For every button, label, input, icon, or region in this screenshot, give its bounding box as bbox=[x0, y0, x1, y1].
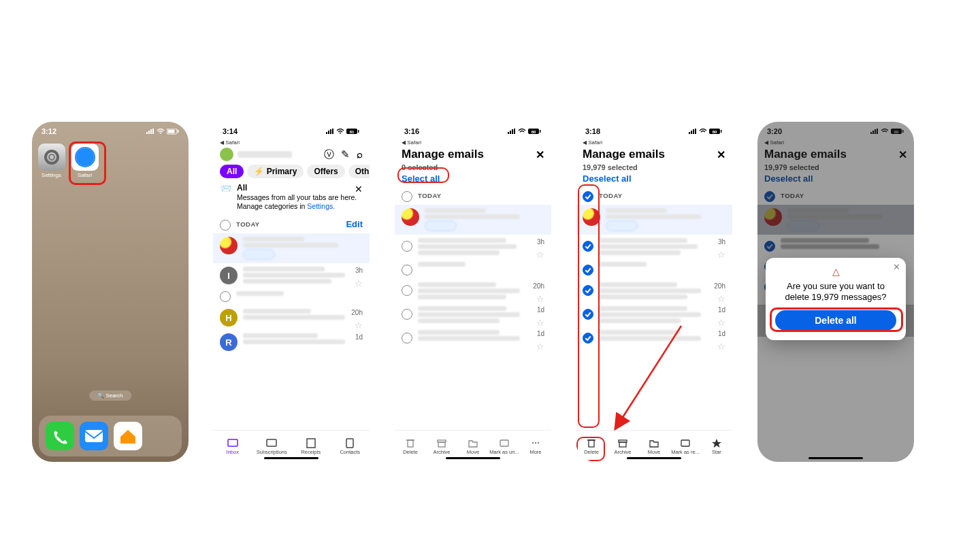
svg-text:80: 80 bbox=[532, 129, 536, 133]
svg-rect-2 bbox=[150, 129, 152, 134]
phone-delete: 3:18 80 ◀ Safari Manage emails✕ 19,979 s… bbox=[576, 122, 732, 462]
svg-rect-50 bbox=[619, 442, 626, 447]
avatar: R bbox=[220, 333, 238, 351]
section-label: TODAY bbox=[236, 220, 260, 228]
svg-point-8 bbox=[49, 154, 54, 160]
email-row[interactable] bbox=[213, 233, 370, 263]
svg-text:80: 80 bbox=[713, 129, 717, 133]
battery-icon bbox=[167, 129, 179, 135]
avatar: H bbox=[220, 309, 238, 327]
phone-select: 3:16 80 ◀ Safari Manage emails✕ 0 select… bbox=[395, 122, 551, 462]
cell-icon bbox=[326, 129, 334, 134]
phone-inbox: 3:14 81 ◀ Safari ⓥ ✎ ⌕ All ⚡ Primary Off… bbox=[213, 122, 370, 462]
email-row[interactable] bbox=[395, 205, 551, 235]
email-row[interactable] bbox=[213, 288, 370, 305]
star-icon[interactable]: ☆ bbox=[355, 278, 363, 288]
category-tabs: All ⚡ Primary Offers Oth bbox=[213, 163, 370, 180]
highlight-safari bbox=[69, 141, 106, 185]
row-check[interactable] bbox=[220, 291, 231, 302]
dock bbox=[39, 416, 182, 456]
help-icon[interactable]: ⓥ bbox=[324, 148, 334, 161]
svg-line-54 bbox=[616, 326, 681, 428]
phone-confirm: 3:20 80 ◀ Safari Manage emails✕ 19,979 s… bbox=[757, 122, 914, 462]
svg-rect-26 bbox=[510, 131, 511, 134]
close-icon[interactable]: ✕ bbox=[717, 148, 725, 161]
modal-message: Are you sure you want to delete 19,979 m… bbox=[775, 281, 896, 303]
avatar bbox=[402, 208, 419, 226]
email-row[interactable]: 20h☆ bbox=[395, 279, 551, 303]
select-all-circle[interactable] bbox=[220, 220, 231, 231]
home-indicator bbox=[808, 457, 863, 459]
email-row[interactable] bbox=[395, 258, 551, 279]
clock: 3:18 bbox=[585, 127, 600, 135]
tray-icon: 📨 bbox=[220, 183, 231, 211]
dock-home[interactable] bbox=[114, 422, 142, 450]
svg-rect-20 bbox=[358, 130, 359, 133]
svg-rect-14 bbox=[326, 132, 327, 134]
action-star[interactable]: Star bbox=[701, 431, 732, 462]
email-row[interactable]: 1d☆ bbox=[395, 327, 551, 347]
svg-text:81: 81 bbox=[350, 129, 355, 133]
avatar[interactable] bbox=[220, 148, 233, 161]
compose-icon[interactable]: ✎ bbox=[341, 148, 350, 161]
svg-rect-3 bbox=[152, 129, 154, 134]
svg-rect-17 bbox=[332, 129, 333, 134]
status-bar: 3:12 bbox=[32, 122, 189, 141]
email-list: I 3h☆ H 20h☆ R 1d bbox=[213, 233, 370, 354]
email-row[interactable]: 3h☆ bbox=[395, 235, 551, 258]
email-row[interactable]: H 20h☆ bbox=[213, 305, 370, 330]
spotlight-search[interactable]: 🔍 Search bbox=[89, 390, 131, 401]
svg-rect-31 bbox=[540, 130, 541, 133]
svg-rect-24 bbox=[346, 439, 353, 448]
back-safari[interactable]: ◀ Safari bbox=[395, 139, 551, 146]
edit-button[interactable]: Edit bbox=[346, 219, 363, 229]
close-icon[interactable]: ✕ bbox=[355, 184, 363, 196]
svg-rect-41 bbox=[691, 131, 692, 134]
row-check[interactable] bbox=[402, 309, 412, 320]
row-check[interactable] bbox=[402, 265, 412, 276]
email-row[interactable]: 1d☆ bbox=[395, 303, 551, 327]
modal-close-icon[interactable]: ✕ bbox=[893, 262, 900, 272]
settings-link[interactable]: Settings. bbox=[307, 202, 335, 210]
clock: 3:16 bbox=[404, 127, 419, 135]
dock-mail[interactable] bbox=[80, 422, 108, 450]
section-today: TODAY Edit bbox=[213, 214, 370, 233]
svg-rect-16 bbox=[330, 129, 331, 134]
tab-primary[interactable]: ⚡ Primary bbox=[247, 165, 304, 178]
svg-rect-40 bbox=[689, 132, 690, 134]
phone-home: 3:12 Settings Safari 🔍 Search bbox=[32, 122, 189, 462]
app-settings[interactable]: Settings bbox=[36, 144, 67, 178]
back-safari[interactable]: ◀ Safari bbox=[213, 139, 370, 146]
dock-phone[interactable] bbox=[46, 422, 74, 450]
select-today[interactable] bbox=[402, 191, 412, 202]
row-check[interactable] bbox=[402, 241, 412, 252]
tab-all[interactable]: All bbox=[220, 165, 244, 178]
row-check[interactable] bbox=[402, 333, 412, 344]
email-row[interactable]: I 3h☆ bbox=[213, 263, 370, 288]
back-safari[interactable]: ◀ Safari bbox=[576, 139, 732, 146]
svg-rect-35 bbox=[438, 442, 445, 447]
action-delete[interactable]: Delete bbox=[395, 431, 426, 462]
tab-other[interactable]: Oth bbox=[348, 165, 370, 178]
nav-inbox[interactable]: Inbox bbox=[213, 431, 252, 462]
svg-point-39 bbox=[538, 442, 539, 444]
deselect-all-button[interactable]: Deselect all bbox=[576, 171, 638, 186]
row-check[interactable] bbox=[402, 285, 412, 296]
time-label: 1d bbox=[355, 333, 363, 341]
svg-rect-42 bbox=[693, 129, 694, 134]
star-icon[interactable]: ☆ bbox=[536, 341, 544, 352]
highlight-delete-all bbox=[770, 307, 903, 332]
page-title: Manage emails bbox=[583, 148, 665, 161]
svg-rect-6 bbox=[178, 130, 179, 133]
wifi-icon bbox=[157, 129, 165, 134]
tab-offers[interactable]: Offers bbox=[307, 165, 344, 178]
close-icon[interactable]: ✕ bbox=[536, 148, 544, 161]
star-icon[interactable]: ☆ bbox=[355, 320, 363, 331]
svg-rect-28 bbox=[514, 129, 515, 134]
svg-rect-46 bbox=[721, 130, 722, 133]
nav-contacts[interactable]: Contacts bbox=[331, 431, 370, 462]
action-more[interactable]: More bbox=[520, 431, 551, 462]
email-row[interactable]: R 1d bbox=[213, 330, 370, 354]
home-indicator bbox=[446, 457, 500, 459]
search-icon[interactable]: ⌕ bbox=[357, 148, 363, 161]
